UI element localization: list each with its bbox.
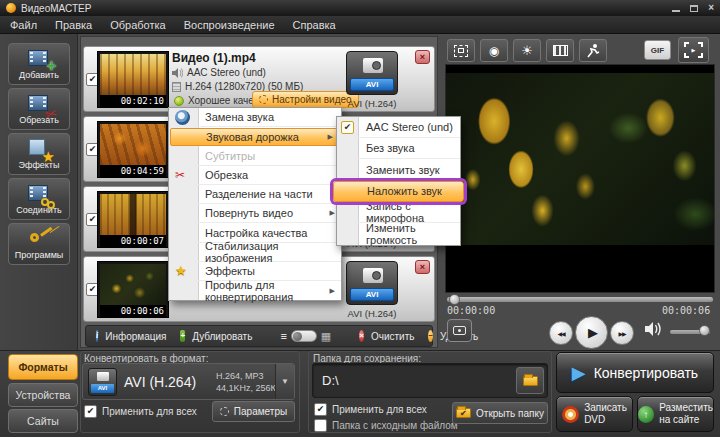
submenu-item-mic-record[interactable]: Запись с микрофона — [337, 202, 460, 224]
folder-check-icon: ✔ — [456, 408, 471, 418]
menu-item-convert-profile[interactable]: Профиль для конвертирования ▶ — [169, 281, 341, 300]
view-toggle-switch[interactable] — [291, 330, 317, 342]
output-format-label: AVI (H.264) — [334, 98, 410, 109]
save-path-field[interactable]: D:\ — [312, 363, 548, 398]
video-thumbnail[interactable]: 00:02:10 — [97, 51, 169, 108]
sidebar: + Добавить ✂ Обрезать ★ Эффекты Соединит… — [0, 34, 78, 350]
volume-handle[interactable] — [699, 325, 710, 336]
tab-devices[interactable]: Устройства — [8, 383, 78, 407]
parameters-button[interactable]: Параметры — [212, 401, 295, 422]
menu-playback[interactable]: Воспроизведение — [184, 19, 275, 31]
folder-apply-all-label: Применить для всех — [332, 404, 427, 415]
video-item-1[interactable]: ✔ 00:02:10 Видео (1).mp4 AAC Stereo (und… — [83, 46, 435, 112]
submenu-item-overlay-sound[interactable]: Наложить звук — [333, 181, 464, 202]
thumbnail-image — [100, 124, 166, 165]
browse-folder-button[interactable] — [516, 367, 544, 394]
duplicate-button[interactable]: Дублировать — [192, 331, 252, 342]
watermark-button[interactable]: ◉ — [480, 39, 508, 62]
previous-frame-button[interactable]: ◀◀ — [549, 321, 573, 345]
menu-help[interactable]: Справка — [293, 19, 336, 31]
volume-icon[interactable] — [645, 322, 663, 336]
video-thumbnail[interactable]: 00:04:59 — [97, 121, 169, 178]
seek-bar[interactable] — [447, 297, 713, 302]
source-folder-label: Папка с исходным файлом — [332, 420, 458, 431]
clear-button[interactable]: Очистить — [371, 331, 415, 342]
format-dropdown-arrow[interactable]: ▼ — [275, 364, 294, 399]
globe-up-icon: ↑ — [638, 406, 654, 423]
open-folder-button[interactable]: ✔ Открыть папку — [452, 402, 548, 424]
view-toggle[interactable]: ≡ ▦ — [280, 330, 331, 343]
key-icon — [26, 229, 52, 249]
menu-edit[interactable]: Правка — [55, 19, 92, 31]
snapshot-button[interactable] — [447, 319, 472, 342]
output-format-icon[interactable]: AVI — [346, 261, 398, 305]
convert-button[interactable]: ▶ Конвертировать — [556, 352, 714, 393]
output-format-icon[interactable]: AVI — [346, 51, 398, 95]
menu-item-stabilization[interactable]: Стабилизация изображения — [169, 243, 341, 262]
clear-icon[interactable]: × — [359, 330, 364, 342]
save-path-value: D:\ — [322, 373, 339, 388]
submenu-item-replace-sound[interactable]: Заменить звук — [337, 159, 460, 180]
menu-item-replace-audio[interactable]: Замена звука — [169, 108, 341, 127]
duplicate-icon[interactable]: + — [180, 330, 185, 342]
info-icon[interactable]: i — [96, 330, 98, 342]
gif-button[interactable]: GIF — [644, 40, 671, 60]
info-button[interactable]: Информация — [105, 331, 166, 342]
menu-process[interactable]: Обработка — [110, 19, 165, 31]
menu-bar: Файл Правка Обработка Воспроизведение Сп… — [0, 16, 720, 34]
window-title: ВидеоМАСТЕР — [21, 3, 91, 14]
format-apply-all-checkbox[interactable]: ✔ — [84, 405, 97, 418]
tab-sites[interactable]: Сайты — [8, 409, 78, 433]
crop-button[interactable] — [447, 39, 475, 62]
grid-view-icon[interactable]: ▦ — [321, 330, 331, 343]
upload-site-button[interactable]: ↑ Разместитьна сайте — [637, 396, 714, 432]
brightness-button[interactable]: ☀ — [513, 39, 541, 62]
magic-star-icon: ★ — [26, 139, 52, 159]
menu-item-trim[interactable]: ✂ Обрезка — [169, 166, 341, 185]
submenu-item-aac-stereo[interactable]: ✔ AAC Stereo (und) — [337, 117, 460, 138]
submenu-item-volume[interactable]: Изменить громкость — [337, 223, 460, 245]
stabilization-button[interactable] — [579, 39, 607, 62]
sun-icon: ☀ — [521, 43, 533, 58]
sidebar-programs-button[interactable]: Программы — [8, 223, 70, 265]
seek-handle[interactable] — [449, 294, 460, 305]
menu-item-subtitles: Субтитры — [169, 147, 341, 166]
submenu-item-no-audio[interactable]: Без звука — [337, 138, 460, 159]
submenu-arrow-icon: ▶ — [328, 133, 333, 141]
maximize-button[interactable] — [690, 5, 698, 12]
codec-icon — [172, 82, 181, 92]
menu-item-rotate-video[interactable]: Повернуть видео ▶ — [169, 204, 341, 223]
play-button[interactable]: ▶ — [575, 316, 608, 349]
sidebar-effects-button[interactable]: ★ Эффекты — [8, 133, 70, 175]
title-bar: ВидеоМАСТЕР × — [0, 0, 720, 16]
watermark-icon: ◉ — [489, 44, 499, 58]
menu-item-audio-track[interactable]: Звуковая дорожка ▶ — [170, 128, 340, 146]
film-scissors-icon: ✂ — [26, 94, 52, 114]
menu-file[interactable]: Файл — [10, 19, 37, 31]
menu-item-split[interactable]: Разделение на части — [169, 185, 341, 204]
folder-apply-all-checkbox[interactable]: ✔ — [314, 403, 327, 416]
next-frame-button[interactable]: ▶▶ — [610, 321, 634, 345]
remove-item-button[interactable]: × — [415, 50, 430, 64]
delete-icon[interactable]: − — [428, 330, 433, 342]
list-view-icon[interactable]: ≡ — [280, 330, 286, 342]
source-folder-checkbox[interactable] — [314, 419, 327, 432]
format-selector[interactable]: AVI AVI (H.264) H.264, MP3 44,1KHz, 256К… — [82, 363, 295, 400]
close-button[interactable]: × — [708, 3, 714, 13]
sidebar-trim-button[interactable]: ✂ Обрезать — [8, 88, 70, 130]
minimize-button[interactable] — [672, 10, 680, 12]
sidebar-add-button[interactable]: + Добавить — [8, 43, 70, 85]
format-value: AVI (H.264) — [124, 374, 196, 390]
film-effects-button[interactable] — [546, 39, 574, 62]
burn-dvd-button[interactable]: ЗаписатьDVD — [556, 396, 633, 432]
sidebar-join-button[interactable]: Соединить — [8, 178, 70, 220]
remove-item-button[interactable]: × — [415, 260, 430, 274]
video-thumbnail[interactable]: 00:00:07 — [97, 191, 169, 248]
tab-formats[interactable]: Форматы — [8, 354, 78, 380]
speaker-icon — [172, 68, 183, 78]
video-thumbnail[interactable]: 00:00:06 — [97, 261, 169, 318]
format-apply-all-label: Применить для всех — [102, 406, 197, 417]
fullscreen-button[interactable]: ▶ — [678, 37, 709, 63]
duration-label: 00:04:59 — [100, 165, 166, 177]
submenu-arrow-icon: ▶ — [330, 209, 335, 217]
